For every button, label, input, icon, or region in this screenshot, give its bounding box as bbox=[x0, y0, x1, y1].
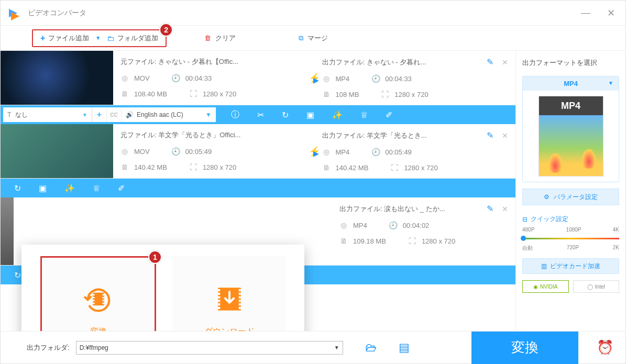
add-folder-button[interactable]: 🗀 フォルダ追加 bbox=[107, 34, 158, 43]
download-mode-card[interactable]: ダウンロード bbox=[173, 256, 285, 331]
edit-icon[interactable]: ✎ bbox=[487, 204, 493, 214]
edit-icon[interactable]: ✎ bbox=[487, 130, 493, 140]
source-size: 140.42 MB bbox=[134, 163, 167, 171]
close-button[interactable]: ✕ bbox=[605, 7, 617, 19]
quality-slider[interactable] bbox=[522, 238, 619, 239]
open-folder-icon[interactable]: 🗁 bbox=[365, 341, 377, 355]
clock-icon: 🕘 bbox=[371, 148, 380, 156]
output-resolution: 1280 x 720 bbox=[394, 91, 428, 98]
edit-tool-icon[interactable]: ✐ bbox=[118, 183, 125, 193]
subtitle-select[interactable]: T なし ▼ bbox=[3, 107, 92, 122]
source-resolution: 1280 x 720 bbox=[203, 90, 236, 98]
tick-1080p: 1080P bbox=[566, 227, 581, 233]
dropdown-caret-icon[interactable]: ▼ bbox=[95, 35, 101, 41]
titlebar: ビデオコンバータ — ✕ bbox=[1, 1, 625, 26]
svg-rect-15 bbox=[218, 306, 220, 308]
format-select-card[interactable]: MP4 ▼ MP4 bbox=[522, 76, 619, 182]
alarm-icon: ⏰ bbox=[597, 339, 613, 356]
clear-button[interactable]: 🗑 クリア bbox=[204, 34, 236, 43]
intel-label: Intel bbox=[595, 284, 605, 290]
effects-icon[interactable]: ✨ bbox=[64, 183, 75, 193]
file-item: 元ファイル: きゃない - 夕暮れ【Offic... ◎MOV 🕘00:04:3… bbox=[1, 51, 515, 105]
edit-tool-icon[interactable]: ✐ bbox=[386, 110, 392, 120]
file-icon: 🗎 bbox=[120, 163, 129, 171]
intel-badge[interactable]: ◯ Intel bbox=[573, 280, 620, 293]
nvidia-label: NVIDIA bbox=[540, 284, 557, 290]
output-format: MP4 bbox=[353, 222, 367, 229]
toolbar-right: 🗑 クリア ⧉ マージ bbox=[204, 34, 328, 43]
output-duration: 00:04:02 bbox=[403, 222, 430, 229]
file-icon: 🗎 bbox=[322, 90, 331, 98]
intel-icon: ◯ bbox=[587, 284, 593, 290]
schedule-button[interactable]: ⏰ bbox=[585, 332, 625, 364]
resolution-icon: ⛶ bbox=[381, 90, 389, 98]
caret-down-icon: ▼ bbox=[608, 80, 613, 86]
rotate-icon[interactable]: ↻ bbox=[14, 270, 21, 280]
output-size: 140.42 MB bbox=[336, 164, 369, 172]
remove-icon[interactable]: ✕ bbox=[502, 131, 508, 140]
arrow-right-icon: ▶ bbox=[313, 149, 319, 158]
gpu-accel-button[interactable]: ▥ ビデオカード加速 bbox=[522, 258, 619, 274]
info-icon[interactable]: ⓘ bbox=[231, 109, 239, 120]
svg-rect-1 bbox=[93, 294, 94, 295]
cc-button[interactable]: CC bbox=[107, 107, 122, 122]
cut-icon[interactable]: ✂ bbox=[257, 110, 264, 120]
parameter-settings-button[interactable]: ⚙ パラメータ設定 bbox=[522, 189, 619, 205]
output-format: MP4 bbox=[336, 75, 350, 83]
watermark-icon[interactable]: ♕ bbox=[93, 183, 100, 193]
source-duration: 00:04:33 bbox=[185, 74, 212, 82]
convert-button[interactable]: 変換 bbox=[471, 332, 578, 364]
effects-icon[interactable]: ✨ bbox=[332, 110, 343, 120]
convert-mode-card[interactable]: 変換 1 bbox=[40, 256, 156, 331]
rotate-icon[interactable]: ↻ bbox=[14, 183, 21, 193]
clock-icon: 🕘 bbox=[371, 74, 380, 83]
svg-rect-13 bbox=[218, 300, 220, 302]
separator: ⚡▶ bbox=[314, 124, 315, 178]
download-icon bbox=[211, 280, 248, 318]
download-label: ダウンロード bbox=[204, 326, 255, 332]
output-info: 出力ファイル: きゃない - 夕暮れ... ✎ ✕ ◎MP4 🕘00:04:33… bbox=[315, 51, 516, 105]
browse-icon[interactable]: ▤ bbox=[399, 341, 410, 355]
add-subtitle-button[interactable]: + bbox=[92, 107, 107, 122]
format-tile-label: MP4 bbox=[539, 96, 603, 115]
audio-select[interactable]: 🔊 English aac (LC) ▼ bbox=[122, 107, 216, 122]
slider-knob[interactable] bbox=[521, 236, 526, 241]
svg-rect-6 bbox=[102, 296, 104, 298]
add-file-label: ファイル追加 bbox=[48, 34, 89, 43]
output-path-input[interactable]: D:¥ffmpeg ▼ bbox=[76, 341, 343, 355]
thumbnail[interactable] bbox=[1, 124, 113, 178]
app-title: ビデオコンバータ bbox=[28, 8, 86, 18]
thumbnail[interactable] bbox=[1, 51, 113, 105]
clock-icon: 🕘 bbox=[172, 147, 180, 156]
annotation-badge-2: 2 bbox=[159, 23, 173, 37]
source-title: 元ファイル: 羊文学「光るとき」Offici... bbox=[120, 130, 307, 140]
watermark-icon[interactable]: ♕ bbox=[360, 110, 368, 120]
tick-720p: 720P bbox=[567, 245, 579, 252]
svg-rect-18 bbox=[238, 296, 240, 298]
output-info: 出力ファイル: 涙も出ない _ たか... ✎ ✕ ◎MP4 🕘00:04:02… bbox=[332, 197, 515, 265]
trash-icon: 🗑 bbox=[204, 34, 211, 42]
remove-icon[interactable]: ✕ bbox=[502, 58, 508, 67]
minimize-button[interactable]: — bbox=[579, 7, 592, 19]
svg-rect-3 bbox=[93, 300, 94, 301]
svg-rect-16 bbox=[238, 289, 240, 291]
body: 元ファイル: きゃない - 夕暮れ【Offic... ◎MOV 🕘00:04:3… bbox=[1, 51, 625, 331]
resolution-icon: ⛶ bbox=[189, 90, 197, 98]
svg-rect-5 bbox=[102, 294, 104, 295]
edit-icon[interactable]: ✎ bbox=[487, 57, 493, 67]
merge-button[interactable]: ⧉ マージ bbox=[299, 34, 328, 43]
rotate-icon[interactable]: ↻ bbox=[282, 110, 289, 120]
format-icon: ◎ bbox=[322, 74, 331, 83]
crop-icon[interactable]: ▣ bbox=[306, 110, 314, 120]
caret-down-icon: ▼ bbox=[82, 112, 87, 118]
main-toolbar: + ファイル追加 ▼ 🗀 フォルダ追加 2 🗑 クリア ⧉ マージ bbox=[1, 26, 625, 51]
clock-icon: 🕘 bbox=[389, 221, 398, 229]
add-file-button[interactable]: + ファイル追加 bbox=[40, 34, 89, 43]
quick-settings-section: ⊟ クイック設定 480P 1080P 4K 自動 720P 2K bbox=[522, 215, 619, 252]
remove-icon[interactable]: ✕ bbox=[502, 205, 508, 213]
nvidia-badge[interactable]: ◉ NVIDIA bbox=[522, 280, 569, 293]
crop-icon[interactable]: ▣ bbox=[39, 183, 47, 193]
output-path-value: D:¥ffmpeg bbox=[80, 344, 108, 351]
merge-label: マージ bbox=[307, 34, 328, 43]
thumbnail[interactable] bbox=[1, 197, 14, 265]
